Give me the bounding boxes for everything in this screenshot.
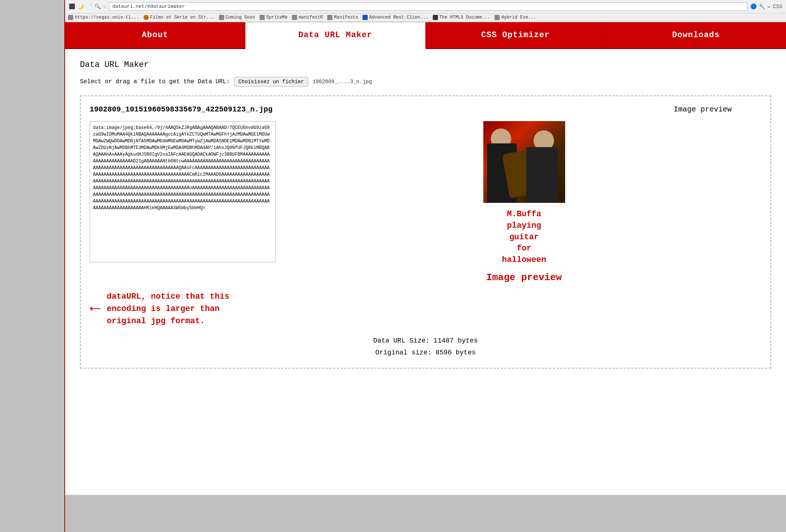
main-content: Data URL Maker Select or drag a file to … (65, 49, 786, 495)
file-select-row: Select or drag a file to get the Data UR… (80, 77, 771, 87)
browser-right-icons: 🔵 🔧 ✏️ CSS (750, 3, 782, 10)
nav-tabs: About Data URL Maker CSS Optimizer Downl… (65, 22, 786, 49)
bookmark-html5[interactable]: The HTML5 Docume... (433, 15, 490, 20)
browser-icon-4: 🔍 (94, 3, 101, 10)
ext-icon-4: CSS (773, 4, 782, 10)
bookmark-spriteme[interactable]: SpriteMe (260, 15, 288, 20)
content-box: 1902809_10151960598335679_422509123_n.jp… (80, 95, 771, 369)
file-name-display: 1902809_....3_n.jpg (313, 79, 372, 85)
tab-about[interactable]: About (65, 22, 245, 48)
bookmark-label-vegas: https://vegas.univ-tl... (75, 15, 139, 20)
bookmark-icon-coming (219, 15, 224, 20)
image-preview-header-label: Image preview (674, 105, 732, 114)
file-select-label: Select or drag a file to get the Data UR… (80, 78, 230, 85)
file-chooser-button[interactable]: Choisissez un fichier (234, 77, 308, 87)
bookmarks-bar: https://vegas.univ-tl... Films et Serie … (65, 13, 786, 22)
address-bar: ⬛ 🌙 📄 🔍 ☆ 🔵 🔧 ✏️ CSS (65, 0, 786, 13)
filename-display: 1902809_10151960598335679_422509123_n.jp… (90, 105, 273, 114)
browser-icon-1: ⬛ (69, 3, 75, 10)
tab-downloads[interactable]: Downloads (606, 22, 786, 48)
photo-caption: M.Buffaplayingguitarforhalloween (502, 209, 546, 266)
bookmark-label-films: Films et Serie en Str... (150, 15, 215, 20)
tab-css-optimizer[interactable]: CSS Optimizer (426, 22, 606, 48)
image-preview-area: M.Buffaplayingguitarforhalloween Image p… (287, 121, 761, 283)
bookmark-hybrid[interactable]: Hybrid Eve... (495, 15, 536, 20)
browser-icon-3: 📄 (86, 3, 92, 10)
data-url-size-label: Data URL Size: (373, 337, 429, 344)
bookmark-icon-manifesto (327, 15, 332, 20)
bookmark-manifesto[interactable]: Manifesto (327, 15, 358, 20)
bookmark-label-manifestr: manifestR (299, 15, 323, 20)
image-preview-caption: Image preview (486, 272, 562, 283)
dataurl-textarea[interactable]: data:image/jpeg;base64,/9j/4AAQSkZJRgABA… (90, 121, 276, 262)
bookmark-label-manifesto: Manifesto (334, 15, 358, 20)
browser-chrome: ⬛ 🌙 📄 🔍 ☆ 🔵 🔧 ✏️ CSS https://vegas.univ-… (65, 0, 786, 22)
original-size-line: Original size: 8596 bytes (90, 347, 761, 359)
content-header: 1902809_10151960598335679_422509123_n.jp… (90, 105, 761, 114)
bookmark-label-spriteme: SpriteMe (266, 15, 288, 20)
bookmark-vegas[interactable]: https://vegas.univ-tl... (68, 15, 139, 20)
bookmark-coming[interactable]: Coming Soon (219, 15, 255, 20)
browser-icon-2: 🌙 (77, 3, 84, 10)
annotation-area: ← dataURL, notice that thisencoding is l… (90, 291, 761, 327)
bookmark-manifestr[interactable]: manifestR (292, 15, 323, 20)
bookmark-icon-rest (363, 15, 368, 20)
address-input[interactable] (109, 2, 747, 11)
bookmark-icon-html5 (433, 15, 438, 20)
size-info: Data URL Size: 11487 bytes Original size… (90, 335, 761, 359)
data-url-size-line: Data URL Size: 11487 bytes (90, 335, 761, 347)
arrow-container: ← (90, 299, 101, 318)
bookmark-icon-manifestr (292, 15, 297, 20)
content-body: data:image/jpeg;base64,/9j/4AAQSkZJRgABA… (90, 121, 761, 283)
bookmark-icon-hybrid (495, 15, 500, 20)
bookmark-films[interactable]: Films et Serie en Str... (144, 15, 215, 20)
browser-icon-5: ☆ (103, 3, 106, 10)
bookmark-label-coming: Coming Soon (226, 15, 255, 20)
bookmark-label-hybrid: Hybrid Eve... (501, 15, 536, 20)
photo-person-right (526, 147, 558, 203)
page-title: Data URL Maker (80, 60, 771, 69)
browser-nav-icons: ⬛ 🌙 📄 🔍 ☆ (69, 3, 106, 10)
data-url-size-val: 11487 bytes (434, 337, 478, 344)
annotation-text: dataURL, notice that thisencoding is lar… (107, 291, 229, 327)
ext-icon-1: 🔵 (750, 3, 757, 10)
left-sidebar (0, 0, 65, 532)
ext-icon-3: ✏️ (767, 3, 770, 10)
ext-icon-2: 🔧 (759, 3, 765, 10)
original-size-val: 8596 bytes (436, 349, 476, 356)
photo-simulation (483, 121, 565, 203)
tab-data-url-maker[interactable]: Data URL Maker (245, 22, 426, 49)
bookmark-label-html5: The HTML5 Docume... (439, 15, 490, 20)
bookmark-label-rest: Advanced Rest Clien... (369, 15, 428, 20)
bookmark-icon-films (144, 15, 149, 20)
bookmark-icon-vegas (68, 15, 73, 20)
bookmark-icon-spriteme (260, 15, 265, 20)
red-arrow-icon: ← (90, 299, 101, 318)
preview-image (483, 121, 565, 203)
original-size-label: Original size: (375, 349, 431, 356)
bookmark-rest[interactable]: Advanced Rest Clien... (363, 15, 428, 20)
